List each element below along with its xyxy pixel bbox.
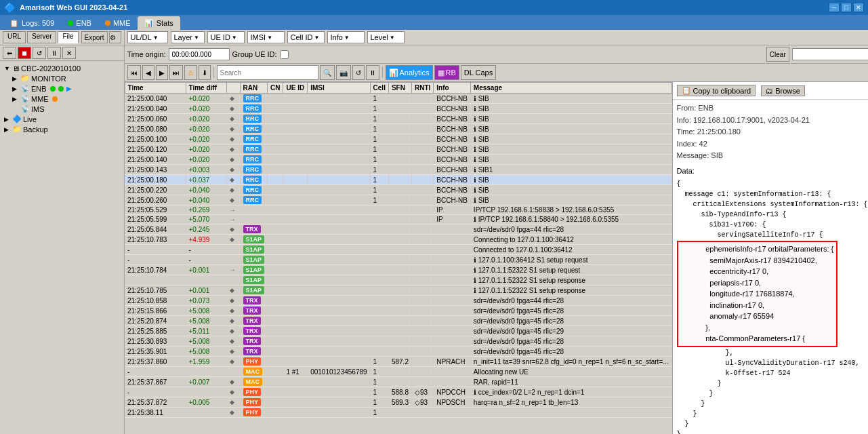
table-row[interactable]: 21:25:00.040 +0.020 ◆ RRC 1 BCCH-NB ℹ SI… — [125, 94, 671, 104]
sidebar-item-mme[interactable]: ▶ 📡 MME — [11, 94, 121, 104]
time-origin-input[interactable] — [169, 48, 230, 60]
tab-stats[interactable]: 📊 Stats — [138, 16, 180, 30]
col-header-cn[interactable]: CN — [268, 83, 283, 94]
table-row[interactable]: 21:25:00.260 +0.040 ◆ RRC 1 BCCH-NB ℹ SI… — [125, 195, 671, 205]
file-tab-url[interactable]: URL — [3, 31, 26, 43]
analytics-button[interactable]: 📊 Analytics — [386, 65, 433, 80]
sidebar-btn-5[interactable]: ✕ — [62, 47, 76, 59]
table-row[interactable]: 21:25:38.11 ◆ PHY 1 — [125, 408, 671, 418]
col-header-rnti[interactable]: RNTI — [411, 83, 433, 94]
col-header-ueid[interactable]: UE ID — [283, 83, 308, 94]
tab-logs[interactable]: 📋 Logs: 509 — [3, 16, 61, 30]
col-header-message[interactable]: Message — [470, 83, 671, 94]
table-row[interactable]: 21:25:00.060 +0.020 ◆ RRC 1 BCCH-NB ℹ SI… — [125, 114, 671, 124]
table-row[interactable]: - MAC 1 #1 001010123456789 1 Allocating … — [125, 367, 671, 377]
refresh-button[interactable]: ↺ — [352, 65, 365, 80]
table-row[interactable]: S1AP ℹ 127.0.1.1:52322 S1 setup response — [125, 275, 671, 285]
table-row[interactable]: 21:25:05.599 +5.070 → IP ℹ IP/TCP 192.16… — [125, 215, 671, 224]
stop-button[interactable]: ⏹ — [18, 47, 31, 59]
filter-text-input[interactable] — [792, 48, 868, 60]
sidebar-item-enb[interactable]: ▶ 📡 ENB ▶ — [11, 83, 121, 94]
file-tab-file[interactable]: File — [58, 31, 78, 43]
group-ueid-checkbox[interactable] — [280, 50, 289, 59]
pause-button[interactable]: ⏸ — [366, 65, 379, 80]
table-row[interactable]: - ◆ PHY 1 588.8 ◇93 NPDCCH ℹ cce_index=0… — [125, 387, 671, 397]
table-row[interactable]: 21:25:00.120 +0.020 ◆ RRC 1 BCCH-NB ℹ SI… — [125, 144, 671, 155]
table-row[interactable]: 21:25:37.867 +0.007 ◆ MAC 1 RAR, rapid=1… — [125, 377, 671, 387]
table-row[interactable]: - - S1AP Connected to 127.0.1.100:36412 — [125, 245, 671, 255]
col-header-info[interactable]: Info — [434, 83, 471, 94]
table-row[interactable]: 21:25:30.893 +5.008 ◆ TRX sdr=/dev/sdr0 … — [125, 336, 671, 347]
close-button[interactable]: ✕ — [853, 3, 864, 12]
sidebar-btn-1[interactable]: ⬅ — [3, 47, 16, 59]
rb-button[interactable]: ▦ RB — [434, 65, 459, 80]
rb-icon: ▦ — [438, 68, 445, 77]
dlcaps-button[interactable]: DL Caps — [461, 65, 496, 80]
filter-button[interactable]: ⬇ — [199, 65, 211, 80]
export-button[interactable]: Export — [81, 31, 108, 43]
search-icon-btn[interactable]: 🔍 — [320, 65, 335, 80]
level-filter[interactable]: Level ▼ — [367, 31, 405, 43]
log-table-container[interactable]: Time Time diff RAN CN UE ID IMSI Cell SF… — [125, 82, 672, 434]
uldl-filter[interactable]: UL/DL ▼ — [127, 31, 168, 43]
sidebar-item-cbc[interactable]: ▼ 🖥 CBC-2023010100 — [3, 64, 121, 73]
copy-clipboard-button[interactable]: 📋 Copy to clipboard — [677, 85, 756, 96]
sidebar-item-ims[interactable]: 📡 IMS — [11, 104, 121, 114]
sidebar-btn-4[interactable]: ⏸ — [47, 47, 61, 59]
table-row[interactable]: 21:25:10.785 +0.001 ◆ S1AP ℹ 127.0.1.1:5… — [125, 285, 671, 296]
nav-next-button[interactable]: ▶ — [156, 65, 168, 80]
table-row[interactable]: 21:25:05.529 +0.269 → IP IP/TCP 192.168.… — [125, 205, 671, 215]
table-row[interactable]: 21:25:00.143 +0.003 ◆ RRC 1 BCCH-NB ℹ SI… — [125, 165, 671, 175]
col-header-ran[interactable]: RAN — [240, 83, 268, 94]
cell-cell — [370, 224, 388, 235]
table-row[interactable]: 21:25:00.220 +0.040 ◆ RRC 1 BCCH-NB ℹ SI… — [125, 185, 671, 195]
table-row[interactable]: 21:25:10.858 +0.073 ◆ TRX sdr=/dev/sdr0 … — [125, 296, 671, 306]
table-row[interactable]: 21:25:05.844 +0.245 ◆ TRX sdr=/dev/sdr0 … — [125, 224, 671, 235]
sidebar-btn-3[interactable]: ↺ — [33, 47, 46, 59]
table-row[interactable]: 21:25:37.872 +0.005 ◆ PHY 1 589.3 ◇93 NP… — [125, 397, 671, 408]
cell-time: 21:25:10.784 — [125, 265, 186, 275]
col-header-timediff[interactable]: Time diff — [186, 83, 226, 94]
table-row[interactable]: 21:25:15.866 +5.008 ◆ TRX sdr=/dev/sdr0 … — [125, 306, 671, 316]
info-filter[interactable]: Info ▼ — [327, 31, 365, 43]
table-row[interactable]: 21:25:10.783 +4.939 ◆ S1AP Connecting to… — [125, 235, 671, 245]
col-header-sfn[interactable]: SFN — [388, 83, 411, 94]
imsi-filter[interactable]: IMSI ▼ — [247, 31, 285, 43]
table-row[interactable]: 21:25:37.860 +1.959 ◆ PHY 1 587.2 NPRACH… — [125, 357, 671, 367]
table-row[interactable]: 21:25:10.784 +0.001 → S1AP ℹ 127.0.1.1:5… — [125, 265, 671, 275]
sidebar-item-live[interactable]: ▶ 🔷 Live — [3, 114, 121, 124]
enb-tree-dot — [50, 86, 56, 92]
sidebar-item-backup[interactable]: ▶ 📁 Backup — [3, 124, 121, 134]
table-row[interactable]: 21:25:25.885 +5.011 ◆ TRX sdr=/dev/sdr0 … — [125, 326, 671, 336]
search-input[interactable] — [217, 65, 318, 80]
layer-filter[interactable]: Layer ▼ — [171, 31, 205, 43]
file-tab-server[interactable]: Server — [27, 31, 56, 43]
col-header-imsi[interactable]: IMSI — [308, 83, 370, 94]
settings-button[interactable]: ⚙ — [109, 31, 121, 43]
maximize-button[interactable]: □ — [841, 3, 852, 12]
nav-last-button[interactable]: ⏭ — [169, 65, 183, 80]
col-header-time[interactable]: Time — [125, 83, 186, 94]
app-icon: 🔷 — [4, 2, 16, 13]
table-row[interactable]: 21:25:00.140 +0.020 ◆ RRC 1 BCCH-NB ℹ SI… — [125, 155, 671, 165]
table-row[interactable]: 21:25:00.100 +0.020 ◆ RRC 1 BCCH-NB ℹ SI… — [125, 134, 671, 144]
table-row[interactable]: - - S1AP ℹ 127.0.1.100:36412 S1 setup re… — [125, 255, 671, 265]
clear-button[interactable]: Clear — [766, 47, 789, 62]
cellid-filter[interactable]: Cell ID ▼ — [287, 31, 325, 43]
ueid-filter[interactable]: UE ID ▼ — [207, 31, 245, 43]
table-row[interactable]: 21:25:00.080 +0.020 ◆ RRC 1 BCCH-NB ℹ SI… — [125, 124, 671, 134]
minimize-button[interactable]: ─ — [829, 3, 840, 12]
nav-first-button[interactable]: ⏮ — [127, 65, 141, 80]
table-row[interactable]: 21:25:00.040 +0.020 ◆ RRC 1 BCCH-NB ℹ SI… — [125, 104, 671, 114]
camera-button[interactable]: 📷 — [336, 65, 351, 80]
tab-mme[interactable]: MME — [98, 16, 138, 30]
sidebar-item-monitor[interactable]: ▶ 📁 MONITOR — [11, 73, 121, 83]
warning-button[interactable]: ⚠ — [184, 65, 197, 80]
table-row[interactable]: 21:25:35.901 +5.008 ◆ TRX sdr=/dev/sdr0 … — [125, 347, 671, 357]
nav-prev-button[interactable]: ◀ — [142, 65, 154, 80]
col-header-cell[interactable]: Cell — [370, 83, 388, 94]
table-row[interactable]: 21:25:20.874 +5.008 ◆ TRX sdr=/dev/sdr0 … — [125, 316, 671, 326]
table-row[interactable]: 21:25:00.180 +0.037 ◆ RRC 1 BCCH-NB ℹ SI… — [125, 175, 671, 185]
browse-button[interactable]: 🗂 Browse — [761, 85, 805, 96]
tab-enb[interactable]: ENB — [61, 16, 98, 30]
